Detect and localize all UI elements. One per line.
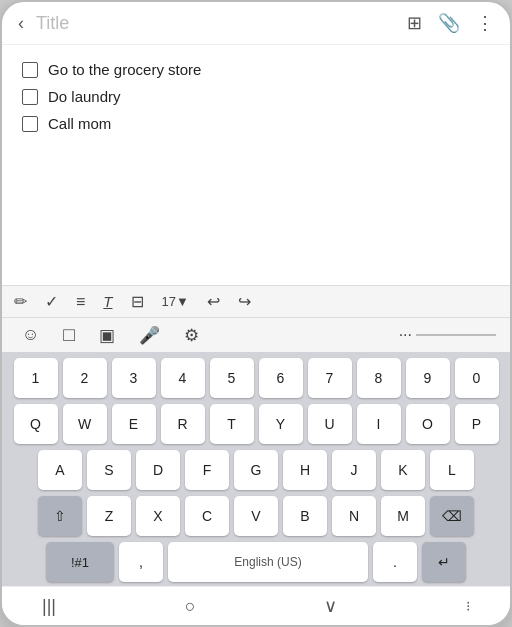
period-key[interactable]: . — [373, 542, 417, 582]
key-7[interactable]: 7 — [308, 358, 352, 398]
key-2[interactable]: 2 — [63, 358, 107, 398]
bottom-row: !#1 , English (US) . ↵ — [6, 542, 506, 582]
menu-nav-icon[interactable]: ||| — [42, 596, 56, 617]
key-h[interactable]: H — [283, 450, 327, 490]
key-p[interactable]: P — [455, 404, 499, 444]
nav-bar: ||| ○ ∨ ⁝ — [2, 586, 510, 625]
symbols-key[interactable]: !#1 — [46, 542, 114, 582]
header-icons: ⊞ 📎 ⋮ — [407, 12, 494, 34]
key-i[interactable]: I — [357, 404, 401, 444]
checklist-text-2: Do laundry — [48, 88, 121, 105]
zoom-badge[interactable]: 17▼ — [162, 294, 189, 309]
checklist-item-1: Go to the grocery store — [22, 61, 490, 78]
key-n[interactable]: N — [332, 496, 376, 536]
keyboard: 1 2 3 4 5 6 7 8 9 0 Q W E R T Y U I O P … — [2, 352, 510, 586]
key-k[interactable]: K — [381, 450, 425, 490]
image-icon[interactable]: ▣ — [99, 325, 115, 346]
asdf-row: A S D F G H J K L — [6, 450, 506, 490]
formatting-toolbar: ✏ ✓ ≡ T ⊟ 17▼ ↩ ↪ — [2, 285, 510, 317]
key-s[interactable]: S — [87, 450, 131, 490]
more-icon[interactable]: ⋮ — [476, 12, 494, 34]
key-a[interactable]: A — [38, 450, 82, 490]
key-c[interactable]: C — [185, 496, 229, 536]
key-v[interactable]: V — [234, 496, 278, 536]
key-1[interactable]: 1 — [14, 358, 58, 398]
home-nav-icon[interactable]: ○ — [185, 596, 196, 617]
checklist-text-3: Call mom — [48, 115, 111, 132]
key-e[interactable]: E — [112, 404, 156, 444]
key-4[interactable]: 4 — [161, 358, 205, 398]
note-content[interactable]: Go to the grocery store Do laundry Call … — [2, 45, 510, 285]
back-button[interactable]: ‹ — [18, 13, 24, 34]
back-nav-icon[interactable]: ∨ — [324, 595, 337, 617]
note-title[interactable]: Title — [36, 13, 399, 34]
key-t[interactable]: T — [210, 404, 254, 444]
list-icon[interactable]: ≡ — [76, 293, 85, 311]
key-g[interactable]: G — [234, 450, 278, 490]
comma-key[interactable]: , — [119, 542, 163, 582]
key-z[interactable]: Z — [87, 496, 131, 536]
delete-key[interactable]: ⌫ — [430, 496, 474, 536]
link-icon[interactable]: 📎 — [438, 12, 460, 34]
checklist-item-3: Call mom — [22, 115, 490, 132]
pen-icon[interactable]: ✏ — [14, 292, 27, 311]
secondary-toolbar: ☺ □ ▣ 🎤 ⚙ ··· — [2, 317, 510, 352]
emoji-icon[interactable]: ☺ — [22, 325, 39, 345]
key-l[interactable]: L — [430, 450, 474, 490]
qwerty-row: Q W E R T Y U I O P — [6, 404, 506, 444]
space-key[interactable]: English (US) — [168, 542, 368, 582]
checklist-text-1: Go to the grocery store — [48, 61, 201, 78]
key-o[interactable]: O — [406, 404, 450, 444]
text-icon[interactable]: T — [103, 293, 112, 310]
more-options: ··· — [399, 326, 496, 344]
key-m[interactable]: M — [381, 496, 425, 536]
key-0[interactable]: 0 — [455, 358, 499, 398]
key-3[interactable]: 3 — [112, 358, 156, 398]
header: ‹ Title ⊞ 📎 ⋮ — [2, 2, 510, 45]
settings-icon[interactable]: ⚙ — [184, 325, 199, 346]
key-w[interactable]: W — [63, 404, 107, 444]
checklist-item-2: Do laundry — [22, 88, 490, 105]
checkbox-1[interactable] — [22, 62, 38, 78]
key-r[interactable]: R — [161, 404, 205, 444]
key-u[interactable]: U — [308, 404, 352, 444]
key-j[interactable]: J — [332, 450, 376, 490]
shift-key[interactable]: ⇧ — [38, 496, 82, 536]
apps-nav-icon[interactable]: ⁝ — [466, 598, 470, 614]
key-f[interactable]: F — [185, 450, 229, 490]
phone-frame: ‹ Title ⊞ 📎 ⋮ Go to the grocery store Do… — [0, 0, 512, 627]
undo-icon[interactable]: ↩ — [207, 292, 220, 311]
key-5[interactable]: 5 — [210, 358, 254, 398]
dots-separator — [416, 334, 496, 336]
key-x[interactable]: X — [136, 496, 180, 536]
key-6[interactable]: 6 — [259, 358, 303, 398]
columns-icon[interactable]: ⊞ — [407, 12, 422, 34]
key-8[interactable]: 8 — [357, 358, 401, 398]
key-b[interactable]: B — [283, 496, 327, 536]
sticker-icon[interactable]: □ — [63, 324, 74, 346]
key-9[interactable]: 9 — [406, 358, 450, 398]
check-icon[interactable]: ✓ — [45, 292, 58, 311]
enter-key[interactable]: ↵ — [422, 542, 466, 582]
checkbox-3[interactable] — [22, 116, 38, 132]
key-d[interactable]: D — [136, 450, 180, 490]
redo-icon[interactable]: ↪ — [238, 292, 251, 311]
key-q[interactable]: Q — [14, 404, 58, 444]
dots-button[interactable]: ··· — [399, 326, 412, 344]
checkbox-2[interactable] — [22, 89, 38, 105]
zxcv-row: ⇧ Z X C V B N M ⌫ — [6, 496, 506, 536]
key-y[interactable]: Y — [259, 404, 303, 444]
mic-icon[interactable]: 🎤 — [139, 325, 160, 346]
number-row: 1 2 3 4 5 6 7 8 9 0 — [6, 358, 506, 398]
table-icon[interactable]: ⊟ — [131, 292, 144, 311]
